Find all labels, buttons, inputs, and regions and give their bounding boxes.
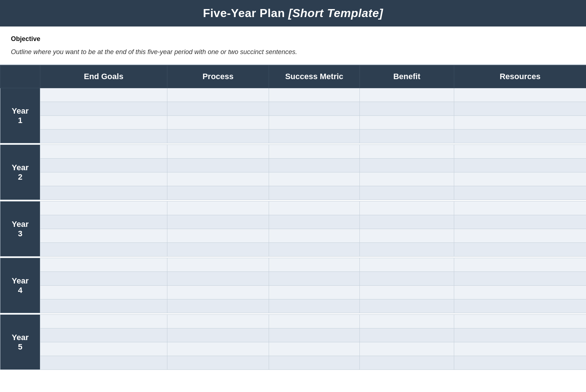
cell-y2-sm-3[interactable] (269, 172, 360, 186)
cell-y2-eg-4[interactable] (40, 186, 167, 200)
cell-y4-r-2[interactable] (454, 272, 586, 286)
cell-y3-r-4[interactable] (454, 243, 586, 257)
cell-y2-r-4[interactable] (454, 186, 586, 200)
cell-y4-sm-2[interactable] (269, 272, 360, 286)
cell-y5-sm-1[interactable] (269, 315, 360, 328)
cell-y4-eg-2[interactable] (40, 272, 167, 286)
cell-y3-r-2[interactable] (454, 215, 586, 229)
cell-y4-eg-1[interactable] (40, 258, 167, 272)
cell-y2-b-3[interactable] (360, 172, 454, 186)
cell-y1-b-1[interactable] (360, 88, 454, 102)
cell-y3-p-4[interactable] (167, 243, 269, 257)
cell-y5-b-3[interactable] (360, 342, 454, 356)
cell-y4-sm-3[interactable] (269, 286, 360, 299)
cell-y1-b-4[interactable] (360, 130, 454, 143)
cell-y5-b-2[interactable] (360, 328, 454, 342)
cell-y1-sm-4[interactable] (269, 130, 360, 143)
cell-y5-r-4[interactable] (454, 356, 586, 370)
cell-y1-eg-2[interactable] (40, 102, 167, 116)
cell-y2-r-3[interactable] (454, 172, 586, 186)
cell-y4-r-4[interactable] (454, 299, 586, 313)
cell-y5-eg-3[interactable] (40, 342, 167, 356)
cell-y1-eg-1[interactable] (40, 88, 167, 102)
cell-y4-eg-3[interactable] (40, 286, 167, 299)
cell-y3-b-1[interactable] (360, 201, 454, 215)
cell-y1-eg-3[interactable] (40, 116, 167, 130)
cell-y1-eg-4[interactable] (40, 130, 167, 143)
cell-y4-p-1[interactable] (167, 258, 269, 272)
cell-y4-r-1[interactable] (454, 258, 586, 272)
cell-y1-sm-2[interactable] (269, 102, 360, 116)
cell-y2-sm-2[interactable] (269, 159, 360, 172)
cell-y5-p-1[interactable] (167, 315, 269, 328)
cell-y4-b-2[interactable] (360, 272, 454, 286)
cell-y3-eg-4[interactable] (40, 243, 167, 257)
cell-y2-r-1[interactable] (454, 145, 586, 159)
cell-y1-r-1[interactable] (454, 88, 586, 102)
cell-y5-sm-4[interactable] (269, 356, 360, 370)
cell-y5-r-1[interactable] (454, 315, 586, 328)
cell-y3-b-2[interactable] (360, 215, 454, 229)
cell-y2-p-3[interactable] (167, 172, 269, 186)
cell-y5-sm-3[interactable] (269, 342, 360, 356)
cell-y1-r-3[interactable] (454, 116, 586, 130)
cell-y3-p-1[interactable] (167, 201, 269, 215)
cell-y5-p-3[interactable] (167, 342, 269, 356)
cell-y1-sm-1[interactable] (269, 88, 360, 102)
cell-y3-p-2[interactable] (167, 215, 269, 229)
cell-y2-sm-1[interactable] (269, 145, 360, 159)
cell-y2-eg-2[interactable] (40, 159, 167, 172)
cell-y4-p-4[interactable] (167, 299, 269, 313)
cell-y4-p-2[interactable] (167, 272, 269, 286)
cell-y5-r-3[interactable] (454, 342, 586, 356)
cell-y3-eg-2[interactable] (40, 215, 167, 229)
cell-y2-eg-1[interactable] (40, 145, 167, 159)
cell-y4-r-3[interactable] (454, 286, 586, 299)
cell-y2-sm-4[interactable] (269, 186, 360, 200)
cell-y1-p-1[interactable] (167, 88, 269, 102)
cell-y5-b-1[interactable] (360, 315, 454, 328)
cell-y3-sm-1[interactable] (269, 201, 360, 215)
cell-y4-sm-4[interactable] (269, 299, 360, 313)
cell-y4-p-3[interactable] (167, 286, 269, 299)
cell-y1-b-2[interactable] (360, 102, 454, 116)
cell-y1-sm-3[interactable] (269, 116, 360, 130)
cell-y4-b-1[interactable] (360, 258, 454, 272)
cell-y4-b-3[interactable] (360, 286, 454, 299)
cell-y1-b-3[interactable] (360, 116, 454, 130)
cell-y2-p-1[interactable] (167, 145, 269, 159)
cell-y5-eg-4[interactable] (40, 356, 167, 370)
cell-y5-b-4[interactable] (360, 356, 454, 370)
cell-y1-r-4[interactable] (454, 130, 586, 143)
cell-y3-b-3[interactable] (360, 229, 454, 243)
cell-y2-b-4[interactable] (360, 186, 454, 200)
cell-y1-r-2[interactable] (454, 102, 586, 116)
cell-y5-eg-1[interactable] (40, 315, 167, 328)
cell-y2-b-2[interactable] (360, 159, 454, 172)
cell-y1-p-4[interactable] (167, 130, 269, 143)
cell-y1-p-2[interactable] (167, 102, 269, 116)
cell-y3-sm-4[interactable] (269, 243, 360, 257)
cell-y4-eg-4[interactable] (40, 299, 167, 313)
cell-y3-p-3[interactable] (167, 229, 269, 243)
cell-y2-p-2[interactable] (167, 159, 269, 172)
cell-y5-eg-2[interactable] (40, 328, 167, 342)
cell-y5-p-4[interactable] (167, 356, 269, 370)
cell-y5-sm-2[interactable] (269, 328, 360, 342)
cell-y2-eg-3[interactable] (40, 172, 167, 186)
cell-y2-p-4[interactable] (167, 186, 269, 200)
cell-y3-sm-2[interactable] (269, 215, 360, 229)
cell-y2-r-2[interactable] (454, 159, 586, 172)
cell-y4-sm-1[interactable] (269, 258, 360, 272)
cell-y2-b-1[interactable] (360, 145, 454, 159)
cell-y3-b-4[interactable] (360, 243, 454, 257)
cell-y3-eg-1[interactable] (40, 201, 167, 215)
cell-y5-p-2[interactable] (167, 328, 269, 342)
cell-y3-eg-3[interactable] (40, 229, 167, 243)
cell-y1-p-3[interactable] (167, 116, 269, 130)
cell-y3-r-1[interactable] (454, 201, 586, 215)
cell-y4-b-4[interactable] (360, 299, 454, 313)
cell-y3-sm-3[interactable] (269, 229, 360, 243)
cell-y5-r-2[interactable] (454, 328, 586, 342)
cell-y3-r-3[interactable] (454, 229, 586, 243)
